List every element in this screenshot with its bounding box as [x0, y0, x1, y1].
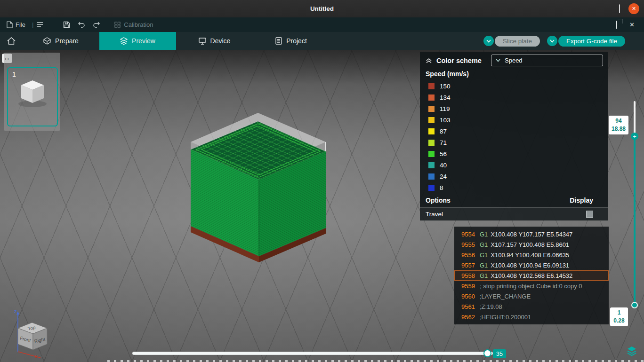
chevron-down-icon: [550, 39, 555, 43]
redo-button[interactable]: [93, 22, 100, 28]
legend-section-title: Speed (mm/s): [420, 69, 608, 80]
gcode-line[interactable]: 9560;LAYER_CHANGE: [454, 291, 609, 301]
color-scheme-title: Color scheme: [436, 57, 482, 64]
gcode-args: X100.408 Y100.94 E6.09131: [491, 262, 569, 269]
color-swatch: [428, 173, 435, 180]
legend-item: 87: [420, 126, 608, 137]
legend-panel: Color scheme Speed Speed (mm/s) 15013411…: [420, 52, 608, 220]
os-titlebar[interactable]: Untitled ✕: [0, 0, 644, 18]
gcode-command: G1: [480, 252, 488, 259]
gcode-line[interactable]: 9555G1X107.157 Y100.408 E5.8601: [454, 239, 609, 250]
layers-icon: [628, 346, 636, 355]
color-swatch: [428, 162, 435, 168]
travel-row: Travel: [420, 207, 608, 220]
project-icon: [275, 37, 282, 45]
calibration-button[interactable]: Calibration: [114, 21, 153, 28]
color-scheme-dropdown[interactable]: Speed: [491, 55, 603, 66]
legend-item-label: 56: [440, 150, 447, 157]
layer-slider-bottom-handle[interactable]: [631, 302, 638, 308]
tab-preview-label: Preview: [132, 37, 155, 45]
tab-device[interactable]: Device: [176, 32, 253, 50]
legend-item-label: 24: [440, 173, 447, 180]
moves-slider-handle[interactable]: [483, 349, 491, 357]
gcode-command: G1: [480, 262, 488, 269]
legend-item: 134: [420, 92, 608, 103]
bottom-layer-height: 0.28: [610, 317, 628, 325]
gcode-line[interactable]: 9562;HEIGHT:0.200001: [454, 312, 609, 322]
tab-device-label: Device: [210, 37, 231, 45]
file-menu-label: File: [16, 21, 25, 28]
legend-item-label: 103: [440, 117, 451, 124]
3d-viewport[interactable]: ‹› 1 Color scheme Speed: [0, 50, 644, 362]
plus-icon: +: [633, 134, 636, 140]
gcode-line-number: 9561: [459, 303, 475, 310]
export-gcode-button[interactable]: Export G-code file: [558, 36, 625, 47]
gcode-panel: 9554G1X100.408 Y107.157 E5.543479555G1X1…: [454, 227, 609, 324]
printed-cube: [191, 121, 326, 262]
travel-checkbox[interactable]: [586, 211, 593, 218]
legend-item: 8: [420, 182, 608, 193]
undo-button[interactable]: [78, 22, 85, 28]
gcode-comment: ;Z:19.08: [480, 303, 502, 310]
notes-button[interactable]: [36, 22, 43, 28]
gcode-args: X100.408 Y102.568 E6.14532: [491, 272, 572, 279]
app-close-button[interactable]: ✕: [629, 21, 635, 28]
file-menu[interactable]: File: [7, 21, 25, 28]
layer-slider-range: [634, 135, 636, 305]
legend-item: 71: [420, 137, 608, 148]
legend-item-label: 119: [440, 105, 450, 112]
gcode-line-number: 9560: [459, 293, 475, 300]
legend-items: 15013411910387715640248: [420, 80, 608, 193]
orientation-cube[interactable]: Top Front Right z x: [6, 307, 53, 359]
layer-slider-top-handle[interactable]: +: [631, 133, 638, 140]
os-close-button[interactable]: ✕: [628, 3, 639, 14]
legend-item-label: 40: [440, 162, 447, 169]
plate-cube-icon: [12, 77, 53, 110]
travel-label: Travel: [426, 211, 443, 218]
close-icon: ✕: [629, 21, 635, 28]
plate-1-thumbnail[interactable]: 1: [7, 67, 58, 126]
top-layer-height: 18.88: [609, 125, 628, 133]
gcode-line[interactable]: 9554G1X100.408 Y107.157 E5.54347: [454, 229, 609, 239]
gcode-command: G1: [480, 241, 488, 248]
gcode-line[interactable]: 9556G1X100.94 Y100.408 E6.06635: [454, 250, 609, 260]
gcode-line-number: 9559: [459, 283, 475, 290]
bottom-layer-value: 1: [610, 309, 628, 317]
top-layer-value: 94: [609, 117, 628, 125]
color-scheme-value: Speed: [505, 57, 523, 64]
gcode-line[interactable]: 9558G1X100.408 Y102.568 E6.14532: [454, 270, 609, 281]
slice-plate-label: Slice plate: [503, 38, 532, 45]
layers-view-button[interactable]: [626, 345, 637, 356]
slice-options-chevron[interactable]: [483, 36, 494, 46]
restore-icon: [616, 21, 617, 29]
gcode-line[interactable]: 9561;Z:19.08: [454, 301, 609, 312]
tab-project-label: Project: [286, 37, 307, 45]
os-maximize-button[interactable]: [619, 5, 620, 13]
app-restore-button[interactable]: [616, 21, 617, 28]
collapse-chevrons-icon[interactable]: [426, 58, 432, 63]
gcode-comment: ;HEIGHT:0.200001: [480, 314, 531, 321]
gcode-line[interactable]: 9559; stop printing object Cube id:0 cop…: [454, 281, 609, 291]
menubar-separator: |: [32, 21, 33, 28]
tab-preview[interactable]: Preview: [99, 32, 176, 50]
calibration-label: Calibration: [124, 21, 153, 28]
gcode-line-number: 9562: [459, 314, 475, 321]
main-tabbar: Prepare Preview Device Project Slice pla…: [0, 32, 644, 50]
close-icon: ✕: [632, 6, 636, 12]
legend-item-label: 150: [440, 83, 451, 90]
chevron-down-icon: [496, 59, 500, 62]
export-options-chevron[interactable]: [547, 36, 557, 46]
tab-prepare[interactable]: Prepare: [23, 32, 99, 50]
moves-slider-track[interactable]: [132, 352, 493, 355]
file-icon: [7, 21, 13, 28]
gcode-comment: ; stop printing object Cube id:0 copy 0: [480, 283, 582, 290]
gcode-line[interactable]: 9557G1X100.408 Y100.94 E6.09131: [454, 260, 609, 270]
gcode-comment: ;LAYER_CHANGE: [480, 293, 531, 300]
plate-thumbnail-panel[interactable]: 1: [4, 53, 60, 131]
home-button[interactable]: [0, 32, 23, 50]
slice-plate-button[interactable]: Slice plate: [495, 36, 540, 47]
color-swatch: [428, 185, 435, 191]
tab-project[interactable]: Project: [253, 32, 330, 50]
save-button[interactable]: [63, 21, 70, 28]
color-swatch: [428, 151, 435, 157]
